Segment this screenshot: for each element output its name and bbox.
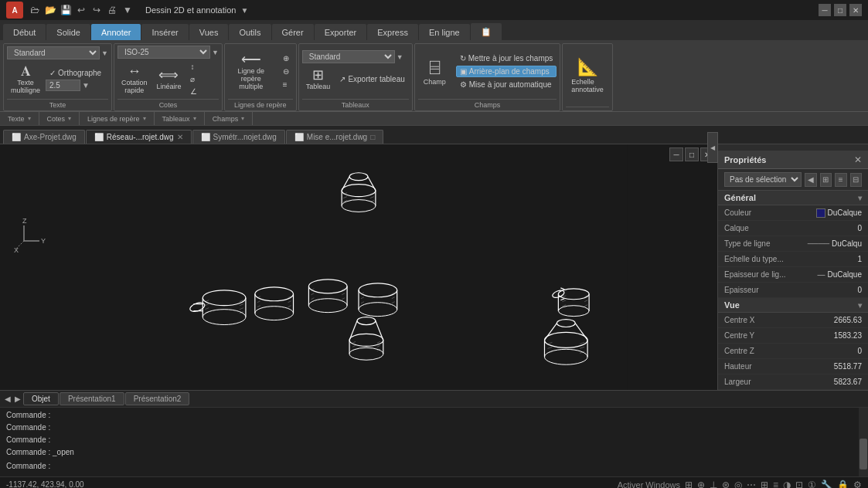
status-trans-icon[interactable]: ◑ [783,480,791,489]
doc-tab-symetr[interactable]: ⬜ Symétr...nojet.dwg [192,130,285,144]
echelle-btn[interactable]: 📐 Echelleannotative [566,55,609,96]
tableaux-style-expand[interactable]: ▼ [397,53,403,61]
status-dynin-icon[interactable]: ⊞ [761,480,768,489]
status-lock-icon[interactable]: 🔒 [837,480,849,489]
doc-tab-symetr-icon: ⬜ [201,133,210,141]
exporter-tableau-btn[interactable]: ↗ Exporter tableau [335,73,408,85]
cote-more-btn3[interactable]: ∠ [186,86,203,97]
layout-next-btn[interactable]: ▶ [13,395,22,403]
props-toggle-btn4[interactable]: ⊟ [850,173,863,187]
tab-enligne[interactable]: En ligne [419,24,470,40]
ligne-btn3[interactable]: ≡ [279,79,293,90]
layout-tab-objet[interactable]: Objet [23,392,59,405]
section-expand-cotes[interactable]: ▾ [68,115,71,122]
maj-auto-btn[interactable]: ⚙ Mise à jour automatique [456,79,557,90]
section-expand-tableaux[interactable]: ▾ [193,115,196,122]
champ-btn[interactable]: ⌸ Champ [418,55,451,88]
tab-express[interactable]: Express [367,24,418,40]
doc-tab-mise-close[interactable]: □ [370,133,375,141]
status-right-area: Activer Windows ⊞ ⊕ ⊥ ⊛ ◎ ⋯ ⊞ ≡ ◑ ⊡ ① 🔧 … [618,480,862,489]
properties-panel: ◀ Propriétés ✕ Pas de sélection ◀ ⊞ ≡ ⊟ [717,144,868,390]
tab-outils[interactable]: Outils [229,24,271,40]
doc-tab-mise[interactable]: ⬜ Mise e...rojet.dwg □ [286,130,383,144]
texte-size-dropdown[interactable]: ▼ [82,81,90,90]
minimize-viewport-btn[interactable]: ─ [669,147,683,161]
qa-undo[interactable]: ↩ [74,3,88,17]
doc-tab-reseau-close[interactable]: ✕ [177,133,183,141]
props-close-btn[interactable]: ✕ [854,154,862,165]
layout-tab-presentation1[interactable]: Présentation1 [60,392,124,405]
tab-exporter[interactable]: Exporter [315,24,367,40]
minimize-button[interactable]: ─ [819,4,831,16]
svg-text:Y: Y [41,237,46,245]
restore-viewport-btn[interactable]: □ [685,147,699,161]
cotes-style-expand[interactable]: ▼ [212,49,219,56]
qa-redo[interactable]: ↪ [90,3,104,17]
tab-annoter[interactable]: Annoter [91,24,141,40]
status-snap-icon[interactable]: ⊕ [697,480,705,489]
arriere-plan-btn[interactable]: ▣ Arrière-plan de champs [456,66,557,77]
props-section-general[interactable]: Général ▾ [718,191,868,205]
cotes-style-dropdown[interactable]: ISO-25 [117,46,210,59]
layout-tab-presentation2[interactable]: Présentation2 [125,392,190,405]
lignes-group-label: Lignes de repère [228,99,293,109]
cote-more-btn2[interactable]: ⌀ [186,73,203,85]
canvas-viewport[interactable]: ─ □ ✕ Z Y X [0,144,717,390]
maj-champs-btn[interactable]: ↻ Mettre à jour les champs [456,53,557,64]
status-polar-icon[interactable]: ⊛ [722,480,730,489]
status-osnap-icon[interactable]: ◎ [734,480,742,489]
section-label-cotes: Cotes ▾ [39,112,80,125]
qa-more[interactable]: ▼ [121,3,134,17]
texte-style-dropdown[interactable]: Standard [7,46,100,59]
ligne-repere-btn[interactable]: ⟵ Ligne de repèremultiple [228,50,274,93]
status-anno-icon[interactable]: ① [808,480,816,489]
props-selection-dropdown[interactable]: Pas de sélection [724,172,802,187]
tab-gerer[interactable]: Gérer [272,24,314,40]
qa-print[interactable]: 🖨 [105,3,119,17]
orthographe-icon: ✓ [49,69,56,77]
texte-size-input[interactable] [46,80,80,91]
orthographe-btn[interactable]: ✓ Orthographe [46,67,105,79]
tab-extra[interactable]: 📋 [471,23,502,40]
tab-solide[interactable]: Solide [46,24,90,40]
doc-tab-axe[interactable]: ⬜ Axe-Projet.dwg [3,130,85,144]
tableau-btn[interactable]: ⊞ Tableau [302,66,335,93]
lineaire-btn[interactable]: ⟺ Linéaire [152,66,185,93]
section-expand-lignes[interactable]: ▾ [143,115,146,122]
tableaux-style-dropdown[interactable]: Standard [302,50,395,63]
cmd-scrollbar[interactable] [859,408,868,476]
qa-save[interactable]: 💾 [59,3,73,17]
texte-multiligne-btn[interactable]: 𝐀 Textemultiligne [7,62,44,97]
status-grid-icon[interactable]: ⊞ [685,480,693,489]
props-collapse-btn[interactable]: ◀ [707,132,718,163]
props-section-vue[interactable]: Vue ▾ [718,298,868,313]
title-dropdown[interactable]: ▼ [240,6,248,15]
status-ws-icon[interactable]: 🔧 [821,480,832,489]
tab-vues[interactable]: Vues [189,24,229,40]
ligne-btn1[interactable]: ⊕ [279,53,293,64]
texte-style-expand[interactable]: ▼ [101,49,108,57]
ligne-btn2[interactable]: ⊖ [279,66,293,77]
tab-debut[interactable]: Début [3,24,46,40]
status-sel-icon[interactable]: ⊡ [795,480,803,489]
close-button[interactable]: ✕ [849,4,862,16]
qa-open[interactable]: 📂 [43,3,57,17]
props-toggle-btn2[interactable]: ⊞ [820,173,832,187]
tab-inserer[interactable]: Insérer [141,24,188,40]
section-expand-texte[interactable]: ▾ [28,115,31,122]
status-ortho-icon[interactable]: ⊥ [710,480,717,489]
cotation-rapide-btn[interactable]: ↔ Cotationrapide [117,62,151,97]
section-expand-champs[interactable]: ▾ [241,115,244,122]
layout-prev-btn[interactable]: ◀ [3,395,12,403]
window-controls: ─ □ ✕ [819,4,862,16]
props-toggle-btn3[interactable]: ≡ [835,173,847,187]
status-otrack-icon[interactable]: ⋯ [747,480,756,489]
props-toggle-btn1[interactable]: ◀ [805,173,817,187]
maximize-button[interactable]: □ [834,4,846,16]
status-gear-icon[interactable]: ⚙ [853,480,862,489]
doc-tab-reseau[interactable]: ⬜ Réseau-...rojet.dwg ✕ [86,130,192,144]
cote-more-btn1[interactable]: ↕ [186,61,203,73]
command-input[interactable] [50,463,862,471]
qa-new[interactable]: 🗁 [28,3,42,17]
status-lineweight-icon[interactable]: ≡ [773,480,778,489]
